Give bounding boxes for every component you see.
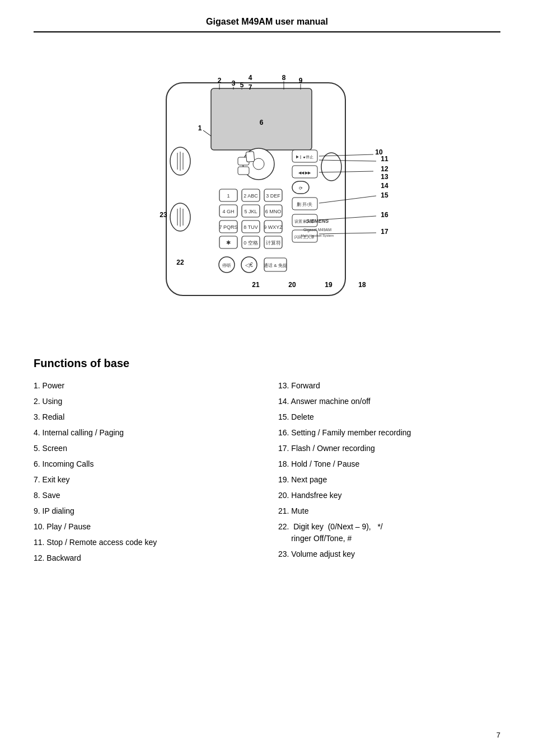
functions-columns: 1. Power 2. Using 3. Redial 4. Internal … [34, 380, 500, 568]
svg-text:21: 21 [252, 281, 260, 289]
list-item: 23. Volume adjust key [278, 548, 500, 560]
svg-text:1: 1 [227, 193, 229, 199]
list-item: 20. Handsfree key [278, 490, 500, 501]
svg-text:删 开/关: 删 开/关 [297, 202, 312, 207]
svg-text:通话 & 免提: 通话 & 免提 [264, 263, 287, 268]
svg-text:4: 4 [249, 74, 252, 82]
svg-text:◁€: ◁€ [245, 262, 253, 268]
svg-text:11: 11 [381, 155, 388, 163]
page: Gigaset M49AM user manual [0, 0, 534, 756]
svg-text:7: 7 [249, 83, 252, 91]
svg-text:22: 22 [176, 259, 184, 266]
list-item: 7. Exit key [34, 474, 256, 486]
svg-text:2 ABC: 2 ABC [243, 193, 258, 199]
svg-text:3 DEF: 3 DEF [266, 193, 280, 199]
svg-rect-14 [238, 167, 249, 175]
svg-text:2: 2 [218, 77, 222, 84]
svg-text:Multi Handset System: Multi Handset System [301, 234, 334, 237]
functions-left-col: 1. Power 2. Using 3. Redial 4. Internal … [34, 380, 256, 568]
svg-text:6: 6 [260, 119, 264, 126]
list-item: 14. Answer machine on/off [278, 396, 500, 407]
svg-text:12: 12 [381, 165, 388, 173]
svg-text:1: 1 [198, 124, 202, 132]
list-item-11: 11. Stop / Remote access code key [34, 537, 256, 548]
svg-text:16: 16 [381, 211, 388, 219]
list-item: 8. Save [34, 490, 256, 501]
svg-text:✱: ✱ [226, 240, 231, 246]
svg-text:SIEMENS: SIEMENS [306, 218, 329, 224]
list-item: 1. Power [34, 380, 256, 392]
svg-text:23: 23 [160, 211, 167, 219]
svg-text:9 WXYZ: 9 WXYZ [264, 224, 283, 230]
functions-left-list: 1. Power 2. Using 3. Redial 4. Internal … [34, 380, 256, 564]
functions-section: Functions of base 1. Power 2. Using 3. R… [34, 357, 500, 568]
svg-text:13: 13 [381, 173, 388, 181]
list-item: 21. Mute [278, 505, 500, 517]
list-item: 2. Using [34, 396, 256, 407]
svg-text:8 TUV: 8 TUV [243, 224, 257, 230]
svg-text:停听: 停听 [222, 263, 231, 268]
svg-text:4 GH: 4 GH [222, 209, 234, 214]
svg-text:5: 5 [240, 81, 244, 89]
header-title: Gigaset M49AM user manual [206, 17, 328, 26]
list-item: 15. Delete [278, 411, 500, 423]
svg-text:计算符: 计算符 [266, 240, 281, 246]
list-item: 6. Incoming Calls [34, 458, 256, 470]
svg-text:◀◀  ▶▶: ◀◀ ▶▶ [298, 171, 311, 175]
svg-text:20: 20 [288, 281, 296, 289]
svg-text:⟳: ⟳ [299, 186, 303, 191]
page-header: Gigaset M49AM user manual [34, 17, 500, 32]
list-item: 9. IP dialing [34, 505, 256, 517]
list-item: 13. Forward [278, 380, 500, 392]
svg-text:0 空格: 0 空格 [243, 240, 258, 246]
list-item: 17. Flash / Owner recording [278, 443, 500, 454]
list-item: 12. Backward [34, 552, 256, 564]
svg-text:5 JKL: 5 JKL [244, 209, 257, 214]
base-diagram: 1 2 ABC 3 DEF 4 GH 5 JKL 6 MNO 7 PQRS 8 … [99, 49, 435, 329]
list-item: 5. Screen [34, 443, 256, 454]
svg-text:17: 17 [381, 228, 388, 236]
list-item: 22. Digit key (0/Next – 9), */ ringer Of… [278, 521, 500, 544]
list-item: 18. Hold / Tone / Pause [278, 458, 500, 470]
list-item: 4. Internal calling / Paging [34, 427, 256, 439]
list-item: 16. Setting / Family member recording [278, 427, 500, 439]
svg-point-10 [321, 153, 341, 181]
page-number: 7 [496, 731, 500, 739]
svg-text:19: 19 [325, 281, 332, 289]
svg-text:15: 15 [381, 191, 388, 199]
svg-text:9: 9 [299, 77, 303, 84]
diagram-area: 1 2 ABC 3 DEF 4 GH 5 JKL 6 MNO 7 PQRS 8 … [34, 49, 500, 340]
list-item: 19. Next page [278, 474, 500, 486]
functions-right-col: 13. Forward 14. Answer machine on/off 15… [278, 380, 500, 568]
svg-text:6 MNO: 6 MNO [265, 209, 282, 214]
svg-rect-15 [246, 151, 255, 162]
functions-title: Functions of base [34, 357, 500, 370]
svg-text:8: 8 [282, 74, 286, 82]
list-item: 10. Play / Pause [34, 521, 256, 533]
svg-text:14: 14 [381, 182, 388, 190]
svg-text:Gigaset M49AM: Gigaset M49AM [303, 228, 331, 232]
list-item: 3. Redial [34, 411, 256, 423]
svg-text:▶‖  ●停止: ▶‖ ●停止 [296, 155, 313, 159]
svg-text:3: 3 [232, 79, 236, 87]
svg-text:18: 18 [358, 281, 366, 289]
svg-text:7 PQRS: 7 PQRS [219, 224, 237, 230]
functions-right-list: 13. Forward 14. Answer machine on/off 15… [278, 380, 500, 560]
